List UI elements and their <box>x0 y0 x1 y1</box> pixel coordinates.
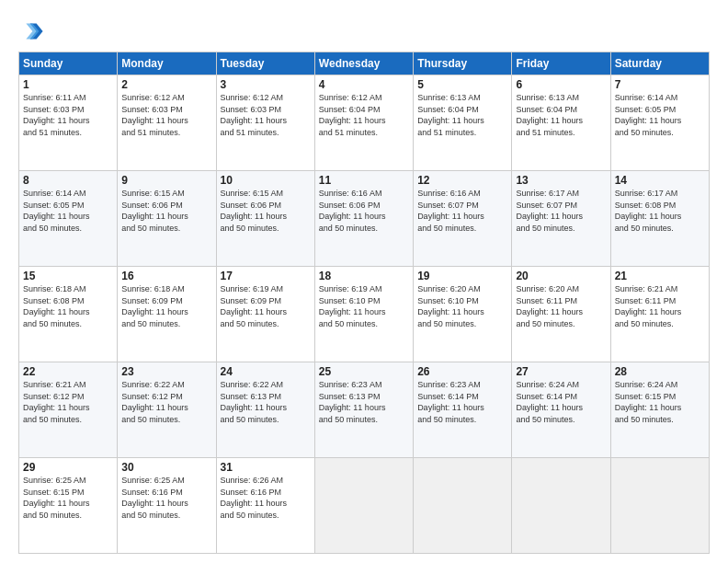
calendar-day-8: 8Sunrise: 6:14 AMSunset: 6:05 PMDaylight… <box>19 171 118 267</box>
calendar-header-wednesday: Wednesday <box>314 52 413 75</box>
calendar-week-4: 22Sunrise: 6:21 AMSunset: 6:12 PMDayligh… <box>19 362 710 458</box>
calendar-header-sunday: Sunday <box>19 52 118 75</box>
calendar-week-1: 1Sunrise: 6:11 AMSunset: 6:03 PMDaylight… <box>19 75 710 171</box>
calendar-day-14: 14Sunrise: 6:17 AMSunset: 6:08 PMDayligh… <box>610 171 709 267</box>
calendar-day-29: 29Sunrise: 6:25 AMSunset: 6:15 PMDayligh… <box>19 458 118 554</box>
calendar-week-2: 8Sunrise: 6:14 AMSunset: 6:05 PMDaylight… <box>19 171 710 267</box>
calendar-empty <box>314 458 413 554</box>
calendar-empty <box>414 458 512 554</box>
calendar-header-row: SundayMondayTuesdayWednesdayThursdayFrid… <box>19 52 710 75</box>
calendar-header-monday: Monday <box>118 52 216 75</box>
calendar-day-16: 16Sunrise: 6:18 AMSunset: 6:09 PMDayligh… <box>118 267 216 362</box>
calendar-empty <box>610 458 709 554</box>
calendar-week-3: 15Sunrise: 6:18 AMSunset: 6:08 PMDayligh… <box>19 267 710 362</box>
calendar-day-24: 24Sunrise: 6:22 AMSunset: 6:13 PMDayligh… <box>216 362 314 458</box>
calendar-day-23: 23Sunrise: 6:22 AMSunset: 6:12 PMDayligh… <box>118 362 216 458</box>
calendar-day-12: 12Sunrise: 6:16 AMSunset: 6:07 PMDayligh… <box>414 171 512 267</box>
calendar-day-5: 5Sunrise: 6:13 AMSunset: 6:04 PMDaylight… <box>414 75 512 171</box>
calendar-day-13: 13Sunrise: 6:17 AMSunset: 6:07 PMDayligh… <box>512 171 610 267</box>
calendar-day-15: 15Sunrise: 6:18 AMSunset: 6:08 PMDayligh… <box>19 267 118 362</box>
calendar-day-27: 27Sunrise: 6:24 AMSunset: 6:14 PMDayligh… <box>512 362 610 458</box>
logo <box>18 18 46 44</box>
calendar-day-18: 18Sunrise: 6:19 AMSunset: 6:10 PMDayligh… <box>314 267 413 362</box>
calendar-day-26: 26Sunrise: 6:23 AMSunset: 6:14 PMDayligh… <box>414 362 512 458</box>
page: SundayMondayTuesdayWednesdayThursdayFrid… <box>0 0 728 563</box>
calendar-day-3: 3Sunrise: 6:12 AMSunset: 6:03 PMDaylight… <box>216 75 314 171</box>
calendar-day-9: 9Sunrise: 6:15 AMSunset: 6:06 PMDaylight… <box>118 171 216 267</box>
calendar-header-friday: Friday <box>512 52 610 75</box>
calendar-day-10: 10Sunrise: 6:15 AMSunset: 6:06 PMDayligh… <box>216 171 314 267</box>
calendar-empty <box>512 458 610 554</box>
calendar-header-thursday: Thursday <box>414 52 512 75</box>
calendar-day-2: 2Sunrise: 6:12 AMSunset: 6:03 PMDaylight… <box>118 75 216 171</box>
calendar-day-30: 30Sunrise: 6:25 AMSunset: 6:16 PMDayligh… <box>118 458 216 554</box>
calendar-day-28: 28Sunrise: 6:24 AMSunset: 6:15 PMDayligh… <box>610 362 709 458</box>
calendar-day-31: 31Sunrise: 6:26 AMSunset: 6:16 PMDayligh… <box>216 458 314 554</box>
calendar-header-saturday: Saturday <box>610 52 709 75</box>
calendar-day-25: 25Sunrise: 6:23 AMSunset: 6:13 PMDayligh… <box>314 362 413 458</box>
calendar-day-20: 20Sunrise: 6:20 AMSunset: 6:11 PMDayligh… <box>512 267 610 362</box>
calendar-day-22: 22Sunrise: 6:21 AMSunset: 6:12 PMDayligh… <box>19 362 118 458</box>
calendar-day-17: 17Sunrise: 6:19 AMSunset: 6:09 PMDayligh… <box>216 267 314 362</box>
calendar-table: SundayMondayTuesdayWednesdayThursdayFrid… <box>18 52 710 554</box>
calendar-day-7: 7Sunrise: 6:14 AMSunset: 6:05 PMDaylight… <box>610 75 709 171</box>
calendar-header-tuesday: Tuesday <box>216 52 314 75</box>
logo-icon <box>18 18 44 44</box>
calendar-day-21: 21Sunrise: 6:21 AMSunset: 6:11 PMDayligh… <box>610 267 709 362</box>
calendar-day-4: 4Sunrise: 6:12 AMSunset: 6:04 PMDaylight… <box>314 75 413 171</box>
calendar-day-6: 6Sunrise: 6:13 AMSunset: 6:04 PMDaylight… <box>512 75 610 171</box>
header <box>18 15 710 44</box>
calendar-day-11: 11Sunrise: 6:16 AMSunset: 6:06 PMDayligh… <box>314 171 413 267</box>
calendar-week-5: 29Sunrise: 6:25 AMSunset: 6:15 PMDayligh… <box>19 458 710 554</box>
calendar-day-19: 19Sunrise: 6:20 AMSunset: 6:10 PMDayligh… <box>414 267 512 362</box>
calendar-day-1: 1Sunrise: 6:11 AMSunset: 6:03 PMDaylight… <box>19 75 118 171</box>
